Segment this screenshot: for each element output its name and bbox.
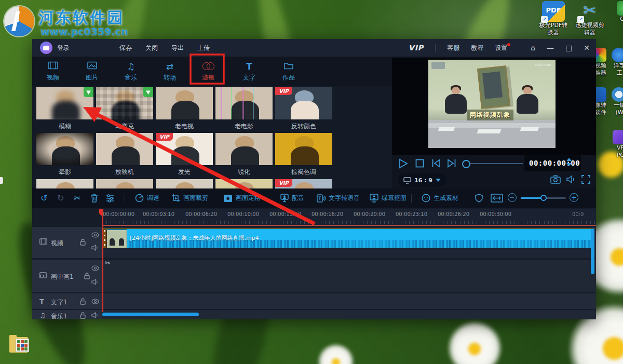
- desktop-icon-partial[interactable]: VPPC: [613, 130, 623, 159]
- freeze-frame-button[interactable]: 画面定格: [223, 188, 261, 208]
- tab-transition[interactable]: ⇄ 转场: [157, 61, 182, 82]
- filter-item-projector[interactable]: 放映机: [96, 133, 153, 177]
- filter-item-vignette[interactable]: 晕影: [36, 133, 93, 177]
- filter-item-partial[interactable]: [96, 179, 153, 188]
- filter-item-mosaic[interactable]: 马赛克: [96, 87, 153, 131]
- scrubber-track[interactable]: [470, 163, 523, 164]
- next-frame-button[interactable]: [447, 159, 456, 170]
- speed-button[interactable]: 调速: [135, 188, 159, 208]
- filter-item-partial[interactable]: [215, 179, 273, 188]
- export-button[interactable]: 导出: [171, 39, 184, 57]
- filter-thumbnail[interactable]: [275, 133, 332, 165]
- vip-button[interactable]: VIP: [409, 44, 424, 52]
- filter-thumbnail[interactable]: [215, 87, 273, 119]
- minimize-button[interactable]: —: [547, 39, 554, 57]
- lock-icon[interactable]: [80, 312, 86, 319]
- video-clip[interactable]: [24小时]网络视频乱象：未成年人的网络直播.mp4: [102, 228, 594, 248]
- zoom-out-button[interactable]: −: [508, 193, 517, 202]
- save-button[interactable]: 保存: [119, 39, 132, 57]
- close-button[interactable]: ✕: [584, 39, 590, 57]
- play-button[interactable]: [399, 158, 408, 171]
- filter-item-partial[interactable]: VIP: [275, 179, 332, 188]
- tab-text[interactable]: T 文字: [237, 61, 262, 82]
- lock-icon[interactable]: [80, 239, 86, 247]
- maximize-button[interactable]: □: [565, 39, 572, 57]
- support-button[interactable]: 客服: [447, 39, 459, 57]
- filter-item-partial[interactable]: [156, 179, 213, 188]
- filter-item-blur[interactable]: 模糊: [36, 87, 93, 131]
- tab-filter[interactable]: 滤镜: [196, 61, 221, 82]
- track-manager-button[interactable]: [106, 188, 115, 208]
- zoom-slider-handle[interactable]: [540, 195, 547, 201]
- filter-thumbnail[interactable]: [36, 87, 93, 119]
- desktop-icon-video-clipper[interactable]: ✂↗ 迅捷视频剪辑器: [574, 1, 606, 36]
- filter-item-invert[interactable]: VIP 反转颜色: [275, 87, 332, 131]
- fullscreen-button[interactable]: [581, 175, 590, 186]
- vertical-scrollbar[interactable]: [591, 228, 594, 274]
- filter-item-partial[interactable]: [36, 179, 93, 188]
- protect-button[interactable]: [475, 188, 483, 208]
- track-lane-pip[interactable]: [102, 260, 596, 292]
- settings-button[interactable]: 设置: [495, 39, 507, 57]
- zoom-in-button[interactable]: +: [570, 193, 578, 202]
- home-button[interactable]: ⌂: [531, 39, 535, 57]
- speaker-icon[interactable]: [91, 245, 99, 252]
- filter-item-sharpen[interactable]: 锐化: [215, 133, 273, 177]
- snapshot-button[interactable]: [550, 175, 561, 186]
- eye-icon[interactable]: [91, 299, 99, 306]
- tutorial-button[interactable]: 教程: [471, 39, 483, 57]
- tab-video[interactable]: 视频: [40, 61, 65, 82]
- desktop-icon-partial[interactable]: 洋芋工: [612, 48, 623, 77]
- filter-thumbnail[interactable]: [96, 87, 153, 119]
- upload-button[interactable]: 上传: [197, 39, 210, 57]
- filter-thumbnail[interactable]: [96, 133, 153, 165]
- filter-thumbnail[interactable]: [156, 87, 213, 119]
- filter-item-old-film[interactable]: 老电影: [215, 87, 273, 131]
- volume-button[interactable]: [566, 175, 576, 186]
- filter-thumbnail[interactable]: [215, 133, 273, 165]
- generate-material-button[interactable]: 生成素材: [422, 188, 458, 208]
- previous-frame-button[interactable]: [431, 159, 441, 170]
- filter-thumbnail[interactable]: VIP: [275, 87, 332, 119]
- eye-icon[interactable]: [91, 265, 99, 273]
- filter-thumbnail[interactable]: VIP: [156, 133, 213, 165]
- stop-button[interactable]: [415, 159, 424, 170]
- app-logo-icon[interactable]: [40, 42, 52, 54]
- tab-image[interactable]: 图片: [79, 61, 104, 82]
- redo-button[interactable]: ↻: [57, 188, 64, 208]
- green-screen-button[interactable]: 绿幕抠图: [370, 188, 407, 208]
- scrubber-handle[interactable]: [462, 160, 470, 168]
- filter-item-old-tv[interactable]: 老电视: [156, 87, 213, 131]
- timecode-stepper[interactable]: [566, 158, 572, 166]
- undo-button[interactable]: ↺: [40, 188, 47, 208]
- lock-icon[interactable]: [84, 273, 90, 281]
- voiceover-button[interactable]: 配音: [280, 188, 304, 208]
- timeline: 00:00:00:00 00:00:03:10 00:00:06:20 00:0…: [32, 208, 596, 319]
- filter-item-sepia[interactable]: 棕褐色调: [275, 133, 332, 177]
- tab-works[interactable]: 作品: [276, 61, 301, 82]
- desktop-icon-pdf-converter[interactable]: PDF ↗ 极光PDF转换器: [537, 1, 570, 36]
- tab-music[interactable]: ♫ 音乐: [118, 61, 143, 82]
- desktop-icon-partial[interactable]: Ge: [614, 1, 623, 23]
- desktop-icon-partial[interactable]: 一键(W: [612, 87, 623, 116]
- track-lane-text[interactable]: [102, 293, 596, 309]
- speaker-icon[interactable]: [91, 312, 99, 319]
- close-project-button[interactable]: 关闭: [145, 39, 158, 57]
- fit-timeline-button[interactable]: [491, 188, 503, 208]
- desktop-folder-icon[interactable]: [9, 335, 30, 354]
- split-button[interactable]: ✂: [74, 188, 80, 208]
- horizontal-scrollbar[interactable]: [102, 313, 199, 316]
- lock-icon[interactable]: [80, 298, 86, 306]
- aspect-ratio-selector[interactable]: 16 : 9: [398, 173, 446, 187]
- crop-button[interactable]: 画面裁剪: [171, 188, 208, 208]
- delete-button[interactable]: [90, 188, 98, 208]
- eye-icon[interactable]: [91, 232, 99, 239]
- track-lane-video[interactable]: [24小时]网络视频乱象：未成年人的网络直播.mp4: [102, 227, 596, 258]
- playhead-line[interactable]: [102, 209, 103, 312]
- timeline-ruler[interactable]: 00:00:00:00 00:00:03:10 00:00:06:20 00:0…: [102, 209, 596, 226]
- login-button[interactable]: 登录: [57, 39, 70, 57]
- filter-item-glow[interactable]: VIP 发光: [156, 133, 213, 177]
- filter-thumbnail[interactable]: [36, 133, 93, 165]
- text-to-speech-button[interactable]: 文字转语音: [317, 188, 360, 208]
- speaker-icon[interactable]: [91, 279, 99, 287]
